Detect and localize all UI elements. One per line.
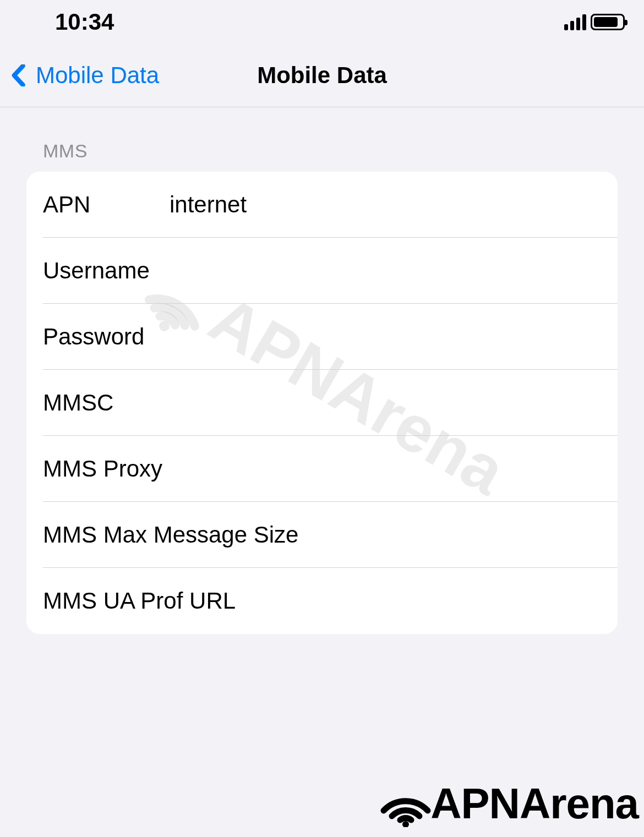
password-label: Password xyxy=(43,324,144,350)
status-bar: 10:34 xyxy=(0,0,644,44)
back-button[interactable]: Mobile Data xyxy=(0,62,159,89)
mmsc-label: MMSC xyxy=(43,390,113,416)
footer-logo-text: APNArena xyxy=(430,779,638,829)
row-mms-ua-prof-url[interactable]: MMS UA Prof URL xyxy=(26,568,618,634)
password-input[interactable] xyxy=(144,324,618,350)
username-label: Username xyxy=(43,258,150,284)
footer-logo: APNArena xyxy=(378,779,638,829)
mms-max-size-input[interactable] xyxy=(298,522,618,548)
mms-ua-prof-label: MMS UA Prof URL xyxy=(43,588,236,614)
wifi-icon xyxy=(378,780,433,827)
row-password[interactable]: Password xyxy=(26,304,618,370)
row-mmsc[interactable]: MMSC xyxy=(26,370,618,436)
mms-proxy-label: MMS Proxy xyxy=(43,456,162,482)
row-apn[interactable]: APN xyxy=(26,172,618,238)
mms-max-size-label: MMS Max Message Size xyxy=(43,522,298,548)
signal-icon xyxy=(564,14,586,30)
status-indicators xyxy=(564,14,625,30)
back-label: Mobile Data xyxy=(36,62,159,89)
apn-label: APN xyxy=(43,192,170,218)
svg-point-1 xyxy=(402,821,409,827)
mms-ua-prof-input[interactable] xyxy=(236,588,618,614)
chevron-left-icon xyxy=(11,64,28,86)
nav-bar: Mobile Data Mobile Data xyxy=(0,44,644,107)
mms-proxy-input[interactable] xyxy=(162,456,618,482)
row-mms-max-message-size[interactable]: MMS Max Message Size xyxy=(26,502,618,568)
section-header-mms: MMS xyxy=(26,140,618,162)
settings-group-mms: APN Username Password MMSC MMS Proxy MMS… xyxy=(26,172,618,634)
row-mms-proxy[interactable]: MMS Proxy xyxy=(26,436,618,502)
apn-input[interactable] xyxy=(170,192,618,218)
username-input[interactable] xyxy=(150,258,618,284)
mmsc-input[interactable] xyxy=(113,390,618,416)
battery-icon xyxy=(591,14,625,30)
status-time: 10:34 xyxy=(55,9,114,35)
content: MMS APN Username Password MMSC MMS Proxy… xyxy=(0,107,644,634)
row-username[interactable]: Username xyxy=(26,238,618,304)
